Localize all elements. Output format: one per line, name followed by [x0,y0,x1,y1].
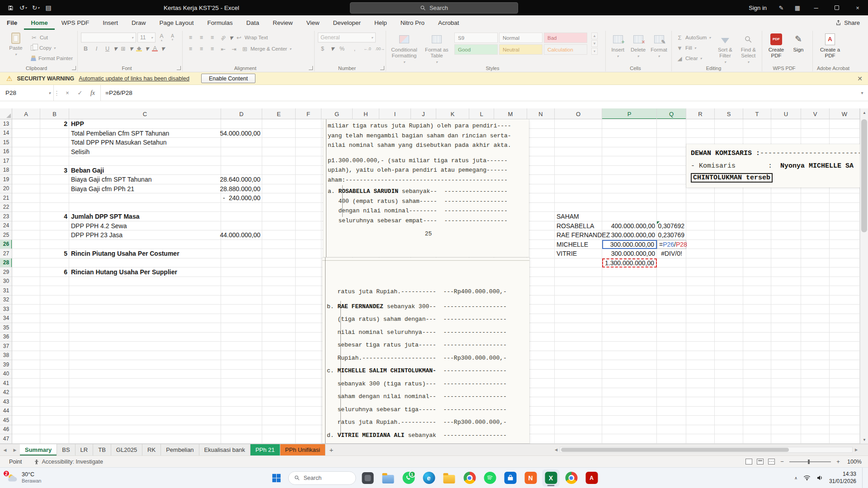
close-button[interactable]: × [847,0,868,15]
store-icon[interactable] [502,469,519,487]
row-header-43[interactable]: 43 [0,397,12,407]
row-header-37[interactable]: 37 [0,342,12,351]
name-box-splitter[interactable]: ⋮ [53,85,60,101]
cell-B18[interactable]: 3 [40,166,69,175]
column-header-B[interactable]: B [40,108,69,119]
formula-input[interactable]: =P26/P28 [101,85,856,101]
row-header-34[interactable]: 34 [0,314,12,324]
nitro-icon[interactable]: N [522,469,539,487]
redo-button[interactable]: ↻▾ [30,2,42,14]
page-layout-view-icon[interactable] [757,459,764,465]
row-header-17[interactable]: 17 [0,156,12,166]
cell-O26[interactable]: MICHELLE [555,240,602,249]
horizontal-scroll-thumb[interactable] [561,448,789,452]
row-header-40[interactable]: 40 [0,370,12,379]
normal-view-icon[interactable] [745,459,752,465]
cell-O25[interactable]: RAE FERNANDEZ [555,230,602,240]
row-header-26[interactable]: 26 [0,240,12,249]
volume-icon[interactable] [816,475,823,481]
cell-P28[interactable]: 1.300.000.000,00 [602,258,657,268]
zoom-slider-thumb[interactable] [808,460,810,464]
page-break-view-icon[interactable] [768,459,775,465]
sheet-tab-lr[interactable]: LR [75,444,94,455]
cell-D19[interactable]: 28.640.000,00 [221,175,262,184]
cell-C24[interactable]: DPP PPH 4.2 Sewa [69,221,221,231]
enable-content-button[interactable]: Enable Content [201,74,255,83]
find-select-button[interactable]: Find & Select▾ [738,33,759,65]
cell-C23[interactable]: Jumlah DPP SPT Masa [69,212,221,221]
row-header-46[interactable]: 46 [0,425,12,435]
row-header-23[interactable]: 23 [0,212,12,221]
row-header-18[interactable]: 18 [0,166,12,175]
column-header-U[interactable]: U [771,108,801,119]
decrease-decimal-button[interactable]: .00→ [375,44,385,53]
cell-P24[interactable]: 400.000.000,00 [602,221,657,231]
warning-close-icon[interactable]: ✕ [857,75,863,82]
cells-layer[interactable]: 2HPPTotal Pembelian Cfm SPT Tahunan54.00… [12,119,860,444]
accessibility-checker[interactable]: Accessibility: Investigate [34,459,103,465]
column-header-E[interactable]: E [262,108,296,119]
orientation-icon[interactable]: ab [218,33,228,42]
ribbon-tab-acrobat[interactable]: Acrobat [431,15,466,30]
cell-B27[interactable]: 5 [40,249,69,258]
column-header-L[interactable]: L [469,108,494,119]
fill-button[interactable]: ▼Fill▾ [675,43,712,53]
cell-style-good[interactable]: Good [454,44,498,55]
file-explorer-icon[interactable] [380,469,397,487]
row-header-35[interactable]: 35 [0,323,12,333]
row-header-41[interactable]: 41 [0,379,12,388]
cell-B23[interactable]: 4 [40,212,69,221]
conditional-formatting-button[interactable]: Conditional Formatting▾ [389,33,419,65]
column-header-Q[interactable]: Q [657,108,686,119]
select-all-corner[interactable] [0,108,12,119]
align-right-icon[interactable]: ≡ [208,44,217,54]
row-header-16[interactable]: 16 [0,147,12,157]
ribbon-tab-data[interactable]: Data [240,15,266,30]
align-bottom-icon[interactable]: ≡ [208,33,217,42]
cell-C18[interactable]: Beban Gaji [69,166,221,175]
paste-button[interactable]: Paste▾ [5,33,27,56]
row-header-27[interactable]: 27 [0,249,12,258]
cell-style-calculation[interactable]: Calculation [544,44,587,55]
sheet-tab-pembelian[interactable]: Pembelian [161,444,199,455]
comma-style-button[interactable]: , [350,44,359,53]
zoom-out-icon[interactable]: − [779,458,785,465]
row-header-44[interactable]: 44 [0,407,12,416]
wps-sign-button[interactable]: ✎ Sign [790,33,807,53]
increase-indent-icon[interactable]: ⇥ [229,44,239,54]
ribbon-tab-wps-pdf[interactable]: WPS PDF [55,15,96,30]
new-sheet-button[interactable]: + [326,444,337,455]
zoom-in-icon[interactable]: + [835,458,841,465]
cancel-formula-icon[interactable]: × [61,87,73,99]
start-button[interactable] [268,469,285,487]
sheet-tab-rk[interactable]: RK [142,444,161,455]
excel-icon[interactable]: X [542,469,560,487]
format-painter-button[interactable]: Format Painter [29,53,74,63]
gallery-more-arrow[interactable]: ▾ [591,48,598,55]
cell-style-s9[interactable]: S9 [454,33,498,43]
accounting-format-button[interactable]: $ [318,44,327,53]
row-header-31[interactable]: 31 [0,286,12,296]
font-color-button[interactable]: A [150,44,160,53]
align-center-icon[interactable]: ≡ [197,44,206,54]
insert-function-icon[interactable]: fx [87,87,99,99]
delete-cells-button[interactable]: × Delete▾ [629,33,647,58]
row-header-29[interactable]: 29 [0,267,12,277]
cell-P26[interactable]: 300.000.000,00 [602,240,657,249]
expand-formula-bar-icon[interactable]: ▾ [856,85,868,101]
acrobat-icon[interactable]: A [583,469,600,487]
column-header-K[interactable]: K [436,108,469,119]
cut-button[interactable]: ✂Cut [29,33,74,42]
cell-Q27[interactable]: #DIV/0! [657,249,686,258]
cell-C29[interactable]: Rincian Hutang Usaha Per Supplier [69,267,221,277]
hscroll-track[interactable] [560,447,853,453]
sheet-tab-summary[interactable]: Summary [20,444,57,455]
horizontal-scrollbar[interactable]: ◀ ▶ [552,446,860,454]
sheet-tab-pph-21[interactable]: PPh 21 [250,444,280,455]
cell-D25[interactable]: 44.000.000,00 [221,230,262,240]
column-header-C[interactable]: C [69,108,221,119]
wrap-text-button[interactable]: ↩Wrap Text [234,33,269,42]
column-header-D[interactable]: D [221,108,262,119]
vertical-scrollbar[interactable]: ▲ ▼ [860,108,868,444]
sheet-tab-bs[interactable]: BS [57,444,75,455]
